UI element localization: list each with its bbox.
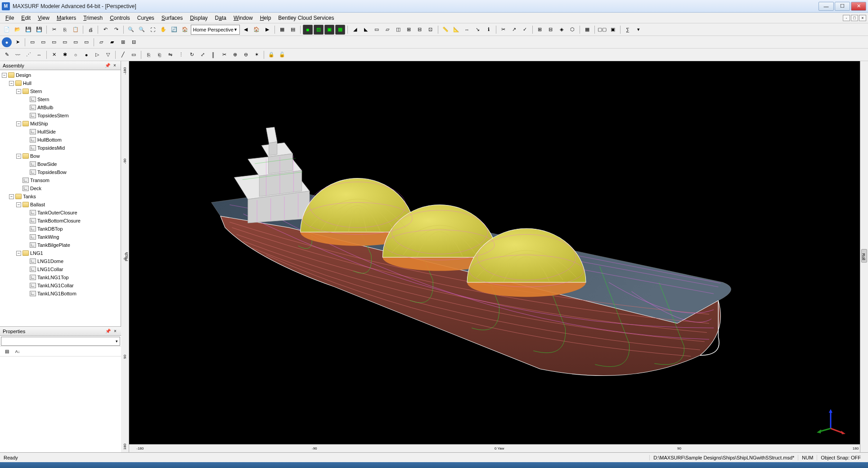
menu-help[interactable]: Help xyxy=(256,14,275,22)
tree-toggle-icon[interactable]: − xyxy=(16,154,21,159)
calc-button[interactable]: ∑ xyxy=(623,25,633,35)
menu-controls[interactable]: Controls xyxy=(106,14,134,22)
scrollbar-right[interactable]: Roll xyxy=(860,61,868,452)
tree-node-midship[interactable]: −MidShip xyxy=(0,120,121,128)
menu-window[interactable]: Window xyxy=(230,14,256,22)
info-button[interactable]: ℹ xyxy=(484,25,494,35)
tree-node-tankwing[interactable]: TankWing xyxy=(0,233,121,241)
surf-tool-f[interactable]: ⊞ xyxy=(404,25,414,35)
tree-node-bow[interactable]: −Bow xyxy=(0,152,121,160)
saveall-button[interactable]: 💾 xyxy=(34,25,44,35)
rotate-obj-button[interactable]: ↻ xyxy=(187,50,197,60)
mesh-d-button[interactable]: ⬡ xyxy=(567,25,577,35)
copy-obj-button[interactable]: ⎘ xyxy=(144,50,153,60)
tree-node-hullbottom[interactable]: HullBottom xyxy=(0,136,121,144)
menu-markers[interactable]: Markers xyxy=(53,14,80,22)
tree-toggle-icon[interactable]: − xyxy=(2,73,7,78)
tree-node-lng1[interactable]: −LNG1 xyxy=(0,249,121,257)
render-shaded-button[interactable]: ▨ xyxy=(314,25,324,35)
angle-button[interactable]: 📐 xyxy=(451,25,461,35)
tree-node-tanks[interactable]: −Tanks xyxy=(0,192,121,201)
mdi-close-button[interactable]: × xyxy=(859,15,866,21)
menu-trimesh[interactable]: Trimesh xyxy=(80,14,106,22)
open-button[interactable]: 📂 xyxy=(13,25,22,35)
render-solid-button[interactable]: ■ xyxy=(303,25,313,35)
edit-net-button[interactable]: ⋰ xyxy=(23,50,33,60)
tree-node-tankbilgeplate[interactable]: TankBilgePlate xyxy=(0,241,121,249)
view-front-button[interactable]: ▭ xyxy=(27,37,37,47)
tree-node-tanklng1bottom[interactable]: TankLNG1Bottom xyxy=(0,290,121,298)
frame2-button[interactable]: ▣ xyxy=(608,25,618,35)
tree-node-topsidesbow[interactable]: TopsidesBow xyxy=(0,168,121,176)
surf-tool-e[interactable]: ◫ xyxy=(393,25,403,35)
marker-d-button[interactable]: ● xyxy=(81,50,91,60)
prev-view-button[interactable]: ◀ xyxy=(241,25,251,35)
view-quad-button[interactable]: ⊟ xyxy=(129,37,139,47)
pin-icon[interactable]: 📌 xyxy=(104,62,111,69)
paste-obj-button[interactable]: ⎗ xyxy=(154,50,164,60)
draw-line-button[interactable]: ╱ xyxy=(118,50,128,60)
panel-close-icon[interactable]: × xyxy=(112,62,118,69)
menu-curves[interactable]: Curves xyxy=(134,14,158,22)
surf-tool-a[interactable]: ◢ xyxy=(350,25,360,35)
marker-f-button[interactable]: ▽ xyxy=(103,50,113,60)
zoom-in-button[interactable]: 🔍 xyxy=(126,25,136,35)
edit-curve-button[interactable]: 〰 xyxy=(13,50,22,60)
menu-surfaces[interactable]: Surfaces xyxy=(158,14,186,22)
tree-node-tanklng1top[interactable]: TankLNG1Top xyxy=(0,273,121,281)
new-button[interactable]: 📄 xyxy=(2,25,12,35)
undo-button[interactable]: ↶ xyxy=(100,25,110,35)
zoom-out-button[interactable]: 🔍 xyxy=(137,25,147,35)
surf-tool-h[interactable]: ⊡ xyxy=(426,25,436,35)
categorize-icon[interactable]: ▤ xyxy=(2,347,12,357)
mesh-c-button[interactable]: ◈ xyxy=(557,25,567,35)
edit-point-button[interactable]: ✎ xyxy=(2,50,12,60)
mdi-restore-button[interactable]: □ xyxy=(851,15,858,21)
tree-node-bowside[interactable]: BowSide xyxy=(0,160,121,168)
draw-rect-button[interactable]: ▭ xyxy=(129,50,139,60)
tree-toggle-icon[interactable]: − xyxy=(9,194,14,199)
mirror-button[interactable]: ⇋ xyxy=(165,50,175,60)
frame-button[interactable]: ▢▢ xyxy=(597,25,607,35)
marker-c-button[interactable]: ○ xyxy=(71,50,81,60)
tree-toggle-icon[interactable]: − xyxy=(16,121,21,126)
tree-node-stern[interactable]: −Stern xyxy=(0,87,121,95)
coord-button[interactable]: ↘ xyxy=(473,25,483,35)
mdi-minimize-button[interactable]: - xyxy=(843,15,850,21)
view-persp-button[interactable]: ▱ xyxy=(96,37,106,47)
home-button[interactable]: 🏠 xyxy=(252,25,261,35)
menu-data[interactable]: Data xyxy=(211,14,230,22)
trim-obj-button[interactable]: ✂ xyxy=(219,50,229,60)
view-bottom-button[interactable]: ▭ xyxy=(81,37,91,47)
join-button[interactable]: ⊕ xyxy=(230,50,240,60)
dist-button[interactable]: ↔ xyxy=(462,25,472,35)
tree-node-stern[interactable]: Stern xyxy=(0,95,121,103)
extend-button[interactable]: ↗ xyxy=(509,25,519,35)
scale-button[interactable]: ⤢ xyxy=(198,50,207,60)
tree-toggle-icon[interactable]: − xyxy=(16,202,21,207)
paste-button[interactable]: 📋 xyxy=(71,25,81,35)
save-button[interactable]: 💾 xyxy=(23,25,33,35)
tree-toggle-icon[interactable]: − xyxy=(16,89,21,94)
surf-tool-g[interactable]: ⊟ xyxy=(415,25,425,35)
home-view-button[interactable]: 🏠 xyxy=(180,25,190,35)
tree-node-tanklng1collar[interactable]: TankLNG1Collar xyxy=(0,281,121,290)
tree-node-topsidesstern[interactable]: TopsidesStern xyxy=(0,111,121,120)
panel-close-icon[interactable]: × xyxy=(112,328,118,334)
tree-node-lng1collar[interactable]: LNG1Collar xyxy=(0,265,121,273)
rotate-button[interactable]: 🔄 xyxy=(169,25,179,35)
surf-tool-b[interactable]: ◣ xyxy=(361,25,371,35)
view-iso-button[interactable]: ▰ xyxy=(107,37,117,47)
layers-button[interactable]: ▤ xyxy=(288,25,298,35)
menu-edit[interactable]: Edit xyxy=(18,14,34,22)
pan-button[interactable]: ✋ xyxy=(158,25,168,35)
tree-node-tankouterclosure[interactable]: TankOuterClosure xyxy=(0,209,121,217)
marker-e-button[interactable]: ▷ xyxy=(92,50,102,60)
pin-icon[interactable]: 📌 xyxy=(105,328,111,334)
render-wireframe-button[interactable]: ▦ xyxy=(335,25,345,35)
tree-node-hullside[interactable]: HullSide xyxy=(0,128,121,136)
orbit-button[interactable]: ● xyxy=(2,37,12,47)
lock-button[interactable]: 🔒 xyxy=(266,50,276,60)
redo-button[interactable]: ↷ xyxy=(111,25,121,35)
tree-node-deck[interactable]: Deck xyxy=(0,184,121,192)
